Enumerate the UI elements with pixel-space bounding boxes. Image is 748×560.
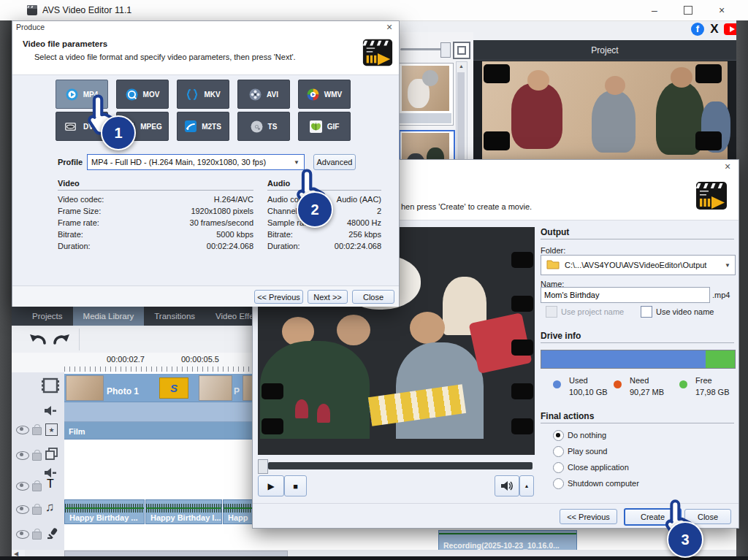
audio-clip-label: Happ <box>228 513 248 522</box>
audio-clip[interactable]: Happy Birthday ... <box>64 499 145 524</box>
gif-icon <box>310 120 322 133</box>
lock-icon[interactable] <box>32 453 42 461</box>
radio-play-sound-label: Play sound <box>568 447 607 456</box>
name-input[interactable] <box>541 287 710 303</box>
radio-shutdown-computer-label: Shutdown computer <box>568 479 639 488</box>
maximize-button[interactable] <box>677 1 699 19</box>
use-project-name-checkbox[interactable] <box>546 306 557 318</box>
radio-close-application-label: Close application <box>568 463 629 472</box>
project-panel: Project <box>473 40 736 159</box>
tab-media-library[interactable]: Media Library <box>73 307 145 326</box>
ruler-time: 00:00:05.5 <box>181 355 219 364</box>
film-hole <box>695 131 722 150</box>
film-hole <box>484 64 510 83</box>
folder-value: C:\...\AVS4YOU\AVSVideoEditor\Output <box>565 261 706 269</box>
audio-section-title: Audio <box>267 179 290 188</box>
eye-icon[interactable] <box>16 426 29 434</box>
format-mkv-button[interactable]: MKV <box>177 80 229 109</box>
fit-view-button[interactable] <box>453 42 470 59</box>
used-value: 100,10 GB <box>569 388 608 396</box>
produce-dialog: Produce × Video file parameters Select a… <box>12 20 400 307</box>
format-wmv-button[interactable]: WMV <box>298 80 351 109</box>
video-track-icon <box>41 377 60 396</box>
recording-clip-label: Recording(2025-10-23_10.16.0... <box>443 541 560 550</box>
facebook-icon[interactable]: f <box>691 23 704 36</box>
youtube-play-icon <box>730 26 735 32</box>
window-title: AVS Video Editor 11.1 <box>42 5 131 15</box>
format-avi-button[interactable]: AVI <box>237 80 290 109</box>
folder-combobox[interactable]: C:\...\AVS4YOU\AVSVideoEditor\Output ▼ <box>541 255 736 275</box>
step3-badge: 3 <box>667 521 703 558</box>
produce-next-button[interactable]: Next >> <box>308 290 348 304</box>
create-dialog-close-icon[interactable]: × <box>725 161 730 172</box>
step1-badge: 1 <box>101 115 136 150</box>
use-video-name-checkbox[interactable] <box>641 306 652 318</box>
transition-badge[interactable]: S <box>159 377 188 399</box>
radio-do-nothing[interactable] <box>553 430 564 441</box>
lock-icon[interactable] <box>32 507 42 515</box>
film-track-label: Film <box>69 427 85 436</box>
volume-expand-button[interactable]: ▲ <box>519 475 534 496</box>
audio-clip-label: Happy Birthday I... <box>150 513 221 522</box>
dropdown-icon[interactable]: ▼ <box>720 262 735 269</box>
window-titlebar: AVS Video Editor 11.1 – × <box>0 0 748 21</box>
film-hole <box>511 418 533 434</box>
maximize-icon <box>684 6 692 15</box>
final-actions-title: Final actions <box>541 411 594 421</box>
tab-projects[interactable]: Projects <box>22 307 73 326</box>
produce-subheading: Select a video file format and specify v… <box>34 53 296 61</box>
seek-track[interactable] <box>268 462 533 469</box>
volume-button[interactable] <box>495 475 519 496</box>
profile-value: MP4 - Full HD - (H.264 Main, 1920x1080, … <box>91 158 266 166</box>
play-button[interactable]: ▶ <box>258 475 284 496</box>
muted-speaker-icon[interactable] <box>44 405 58 419</box>
eye-icon[interactable] <box>16 530 29 539</box>
kv-label: Frame Size: <box>58 207 101 215</box>
create-previous-button[interactable]: << Previous <box>560 509 617 524</box>
zoom-slider-track[interactable] <box>400 48 446 50</box>
format-label: MKV <box>204 91 220 99</box>
produce-close-button[interactable]: Close <box>352 290 394 304</box>
kv-value: 30 frames/second <box>144 218 253 227</box>
lock-icon[interactable] <box>32 427 42 435</box>
seek-handle[interactable] <box>258 459 268 474</box>
radio-play-sound[interactable] <box>553 446 564 457</box>
tab-transitions[interactable]: Transitions <box>144 307 205 326</box>
used-dot-icon <box>553 380 561 388</box>
eye-icon[interactable] <box>16 505 29 514</box>
lock-icon[interactable] <box>32 532 42 540</box>
format-label: MOV <box>143 91 160 99</box>
zoom-slider-handle[interactable] <box>440 42 451 58</box>
extension-label: .mp4 <box>712 291 730 299</box>
produce-previous-button[interactable]: << Previous <box>254 290 303 304</box>
audio-clip-label: Happy Birthday ... <box>69 513 138 522</box>
radio-shutdown-computer[interactable] <box>553 478 564 489</box>
radio-close-application[interactable] <box>553 462 564 473</box>
profile-combobox[interactable]: MP4 - Full HD - (H.264 Main, 1920x1080, … <box>87 154 305 170</box>
eye-icon[interactable] <box>16 482 29 491</box>
audio-clip[interactable]: Happy Birthday I... <box>145 499 222 524</box>
produce-dialog-titlebar: Produce × <box>12 21 399 34</box>
x-icon[interactable]: X <box>707 22 722 37</box>
film-hole <box>262 418 283 434</box>
lock-icon[interactable] <box>32 483 42 491</box>
eye-icon[interactable] <box>16 451 29 460</box>
kv-value: 00:02:24.068 <box>144 242 253 250</box>
scroll-up-icon[interactable]: ▲ <box>459 64 464 69</box>
close-button[interactable]: × <box>711 1 733 19</box>
need-dot-icon <box>614 380 622 388</box>
format-m2ts-button[interactable]: M2TS <box>177 112 229 141</box>
dropdown-icon[interactable]: ▼ <box>289 159 304 166</box>
undo-button[interactable] <box>28 331 47 350</box>
media-thumbnail[interactable] <box>399 63 454 126</box>
produce-dialog-close-icon[interactable]: × <box>386 22 392 32</box>
format-gif-button[interactable]: GIF <box>298 112 351 141</box>
redo-button[interactable] <box>53 331 72 350</box>
film-hole <box>511 252 533 268</box>
minimize-button[interactable]: – <box>644 1 665 19</box>
format-ts-button[interactable]: TS <box>237 112 290 141</box>
recording-clip[interactable]: Recording(2025-10-23_10.16.0... <box>438 530 577 552</box>
app-left-edge <box>0 20 12 560</box>
project-panel-title: Project <box>473 40 736 61</box>
stop-button[interactable]: ■ <box>284 475 307 496</box>
